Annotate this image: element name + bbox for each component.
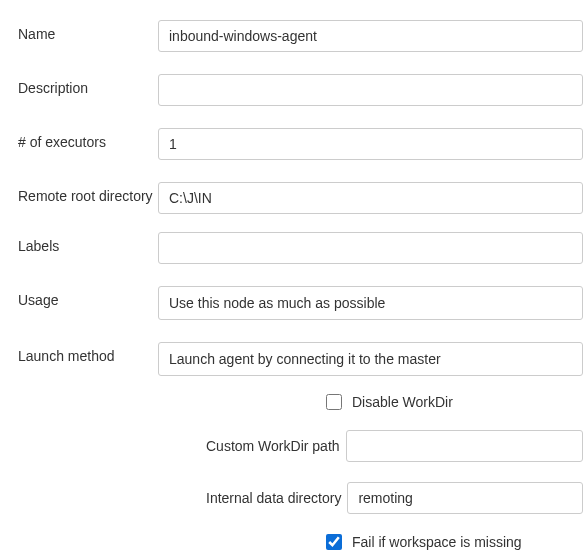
remote-root-label: Remote root directory (18, 182, 158, 204)
name-input[interactable] (158, 20, 583, 52)
disable-workdir-checkbox[interactable] (326, 394, 342, 410)
custom-workdir-row: Custom WorkDir path (206, 430, 583, 462)
name-label: Name (18, 20, 158, 42)
internal-data-dir-label: Internal data directory (206, 490, 347, 506)
launch-method-select[interactable]: Launch agent by connecting it to the mas… (158, 342, 583, 376)
name-row: Name (18, 20, 583, 52)
launch-method-select-value: Launch agent by connecting it to the mas… (169, 351, 441, 367)
labels-label: Labels (18, 232, 158, 254)
usage-row: Usage Use this node as much as possible (18, 286, 583, 320)
remote-root-input[interactable] (158, 182, 583, 214)
executors-row: # of executors (18, 128, 583, 160)
launch-options-section: Disable WorkDir Custom WorkDir path Inte… (206, 394, 583, 550)
internal-data-dir-row: Internal data directory (206, 482, 583, 514)
executors-label: # of executors (18, 128, 158, 150)
executors-input[interactable] (158, 128, 583, 160)
usage-select[interactable]: Use this node as much as possible (158, 286, 583, 320)
custom-workdir-input[interactable] (346, 430, 583, 462)
remote-root-row: Remote root directory (18, 182, 583, 214)
custom-workdir-label: Custom WorkDir path (206, 438, 346, 454)
disable-workdir-label[interactable]: Disable WorkDir (352, 394, 453, 410)
disable-workdir-row: Disable WorkDir (326, 394, 583, 410)
description-label: Description (18, 74, 158, 96)
labels-input[interactable] (158, 232, 583, 264)
description-input[interactable] (158, 74, 583, 106)
labels-row: Labels (18, 232, 583, 264)
fail-if-missing-checkbox[interactable] (326, 534, 342, 550)
fail-if-missing-row: Fail if workspace is missing (326, 534, 583, 550)
fail-if-missing-label[interactable]: Fail if workspace is missing (352, 534, 522, 550)
launch-method-label: Launch method (18, 342, 158, 364)
internal-data-dir-input[interactable] (347, 482, 583, 514)
description-row: Description (18, 74, 583, 106)
usage-label: Usage (18, 286, 158, 308)
launch-method-row: Launch method Launch agent by connecting… (18, 342, 583, 376)
usage-select-value: Use this node as much as possible (169, 295, 385, 311)
